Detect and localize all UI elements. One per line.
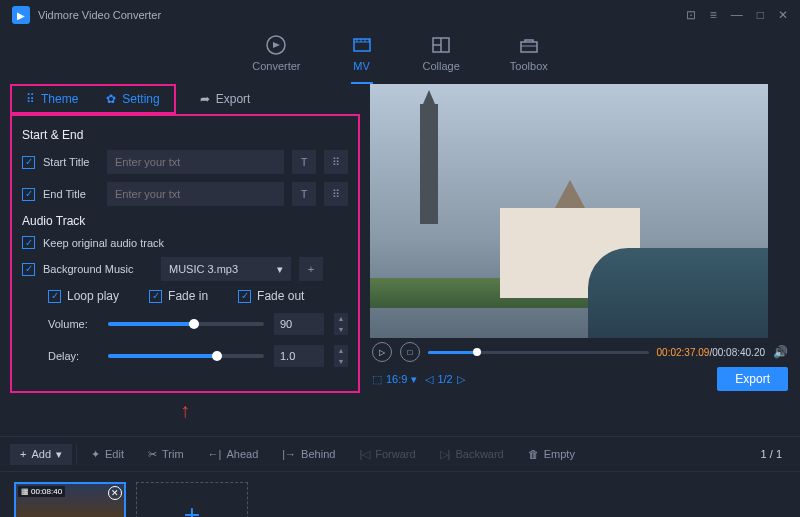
start-title-label: Start Title	[43, 156, 99, 168]
grid-icon[interactable]: ⠿	[324, 182, 348, 206]
behind-icon: |→	[282, 448, 296, 460]
start-title-checkbox[interactable]	[22, 156, 35, 169]
fadein-checkbox[interactable]	[149, 290, 162, 303]
backward-button[interactable]: ▷|Backward	[430, 444, 514, 465]
fadeout-checkbox[interactable]	[238, 290, 251, 303]
player-controls: ▷ □ 00:02:37.09/00:08:40.20 🔊	[370, 338, 790, 366]
film-icon: ▦	[21, 487, 29, 496]
bg-music-select[interactable]: MUSIC 3.mp3 ▾	[161, 257, 291, 281]
aspect-icon: ⬚	[372, 373, 382, 386]
maximize-icon[interactable]: □	[757, 8, 764, 22]
empty-button[interactable]: 🗑Empty	[518, 444, 585, 464]
gear-icon: ✿	[106, 92, 116, 106]
settings-panel: Start & End Start Title T ⠿ End Title T …	[10, 114, 360, 393]
tab-theme[interactable]: ⠿ Theme	[12, 86, 92, 112]
delay-down-icon[interactable]: ▼	[334, 356, 348, 367]
minimize-icon[interactable]: —	[731, 8, 743, 22]
page-nav[interactable]: ◁ 1/2 ▷	[425, 373, 464, 386]
chevron-down-icon: ▾	[411, 373, 417, 386]
collage-icon	[430, 34, 452, 56]
volume-label: Volume:	[48, 318, 98, 330]
add-music-button[interactable]: +	[299, 257, 323, 281]
delay-label: Delay:	[48, 350, 98, 362]
mv-icon	[351, 34, 373, 56]
forward-button[interactable]: |◁Forward	[349, 444, 425, 465]
keep-original-checkbox[interactable]	[22, 236, 35, 249]
nav-collage[interactable]: Collage	[423, 34, 460, 84]
close-icon[interactable]: ✕	[778, 8, 788, 22]
text-style-icon[interactable]: T	[292, 150, 316, 174]
audio-header: Audio Track	[22, 214, 348, 228]
export-button[interactable]: Export	[717, 367, 788, 391]
app-logo-icon: ▶	[12, 6, 30, 24]
add-clip-button[interactable]: +	[136, 482, 248, 517]
fadein-label: Fade in	[168, 289, 208, 303]
nav-converter[interactable]: Converter	[252, 34, 300, 84]
top-nav: Converter MV Collage Toolbox	[0, 30, 800, 84]
remove-clip-button[interactable]: ✕	[108, 486, 122, 500]
keep-original-label: Keep original audio track	[43, 237, 164, 249]
ahead-button[interactable]: ←|Ahead	[198, 444, 269, 464]
clip-thumbnails: ▦00:08:40 ✕ ▷ 🔇 ✦ ✂ +	[0, 472, 800, 517]
timeline-slider[interactable]	[428, 351, 649, 354]
theme-icon: ⠿	[26, 92, 35, 106]
delay-up-icon[interactable]: ▲	[334, 345, 348, 356]
volume-value[interactable]: 90	[274, 313, 324, 335]
tab-export[interactable]: ➦ Export	[186, 86, 265, 112]
backward-icon: ▷|	[440, 448, 451, 461]
nav-toolbox[interactable]: Toolbox	[510, 34, 548, 84]
title-bar: ▶ Vidmore Video Converter ⊡ ≡ — □ ✕	[0, 0, 800, 30]
setting-tabs-highlight: ⠿ Theme ✿ Setting	[10, 84, 176, 114]
volume-slider[interactable]	[108, 322, 264, 326]
aspect-ratio-select[interactable]: ⬚16:9 ▾	[372, 373, 417, 386]
end-title-input[interactable]	[107, 182, 284, 206]
chevron-down-icon: ▾	[277, 263, 283, 276]
start-end-header: Start & End	[22, 128, 348, 142]
behind-button[interactable]: |→Behind	[272, 444, 345, 464]
svg-rect-1	[354, 39, 370, 51]
trash-icon: 🗑	[528, 448, 539, 460]
time-display: 00:02:37.09/00:08:40.20	[657, 347, 765, 358]
arrow-indicator-icon: ↑	[10, 399, 360, 422]
delay-slider[interactable]	[108, 354, 264, 358]
play-button[interactable]: ▷	[372, 342, 392, 362]
clip-duration: ▦00:08:40	[18, 486, 65, 497]
start-title-input[interactable]	[107, 150, 284, 174]
edit-icon: ✦	[91, 448, 100, 461]
text-style-icon[interactable]: T	[292, 182, 316, 206]
end-title-checkbox[interactable]	[22, 188, 35, 201]
loop-label: Loop play	[67, 289, 119, 303]
volume-up-icon[interactable]: ▲	[334, 313, 348, 324]
delay-value[interactable]: 1.0	[274, 345, 324, 367]
menu-icon[interactable]: ≡	[710, 8, 717, 22]
bg-music-checkbox[interactable]	[22, 263, 35, 276]
fadeout-label: Fade out	[257, 289, 304, 303]
add-button[interactable]: + Add ▾	[10, 444, 72, 465]
video-preview[interactable]	[370, 84, 768, 338]
app-title: Vidmore Video Converter	[38, 9, 161, 21]
forward-icon: |◁	[359, 448, 370, 461]
stop-button[interactable]: □	[400, 342, 420, 362]
converter-icon	[265, 34, 287, 56]
tab-setting[interactable]: ✿ Setting	[92, 86, 173, 112]
clip-thumbnail[interactable]: ▦00:08:40 ✕ ▷ 🔇 ✦ ✂	[14, 482, 126, 517]
loop-checkbox[interactable]	[48, 290, 61, 303]
volume-down-icon[interactable]: ▼	[334, 324, 348, 335]
grid-icon[interactable]: ⠿	[324, 150, 348, 174]
ahead-icon: ←|	[208, 448, 222, 460]
svg-rect-3	[521, 42, 537, 52]
volume-icon[interactable]: 🔊	[773, 345, 788, 359]
page-indicator: 1 / 1	[761, 448, 790, 460]
export-icon: ➦	[200, 92, 210, 106]
trim-icon: ✂	[148, 448, 157, 461]
toolbox-icon	[518, 34, 540, 56]
edit-button[interactable]: ✦Edit	[81, 444, 134, 465]
feedback-icon[interactable]: ⊡	[686, 8, 696, 22]
clip-toolbar: + Add ▾ ✦Edit ✂Trim ←|Ahead |→Behind |◁F…	[0, 436, 800, 472]
trim-button[interactable]: ✂Trim	[138, 444, 194, 465]
bg-music-label: Background Music	[43, 263, 153, 275]
nav-mv[interactable]: MV	[351, 34, 373, 84]
end-title-label: End Title	[43, 188, 99, 200]
